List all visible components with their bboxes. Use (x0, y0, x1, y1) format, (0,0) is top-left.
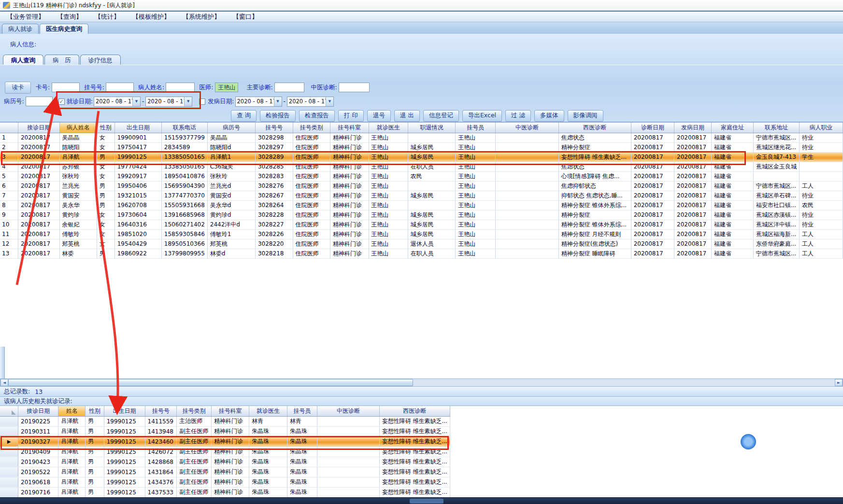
toolbar-button-5[interactable]: 退 出 (394, 110, 420, 122)
menu-item-2[interactable]: 【统计】 (95, 13, 120, 21)
subtab-patient-query[interactable]: 病人查询 (3, 55, 43, 65)
read-card-button[interactable]: 读卡 (5, 82, 31, 94)
column-header[interactable]: 性别 (86, 406, 104, 416)
horizontal-scrollbar[interactable]: ◄ ► (0, 378, 843, 387)
column-header[interactable]: 挂号员 (287, 406, 317, 416)
table-cell: 王艳山 (456, 181, 496, 191)
table-row[interactable]: 920200817黄灼珍女1973060413916685968黄灼珍d3028… (0, 210, 843, 220)
onset-date-to-picker[interactable]: 2020 - 08 - 17 ▼ (287, 97, 334, 107)
scroll-right-arrow-icon[interactable]: ► (835, 379, 843, 386)
menu-item-3[interactable]: 【模板维护】 (132, 13, 170, 21)
table-cell: 朱晶珠 (287, 487, 317, 497)
table-row[interactable]: 120200817吴晶晶女1990090115159377799吴晶晶30282… (0, 133, 843, 142)
column-header[interactable]: 出生日期 (114, 123, 161, 133)
tab-doctor-history-query[interactable]: 医生病史查询 (40, 24, 88, 34)
column-header[interactable]: 就诊医生 (249, 406, 287, 416)
table-row[interactable]: 20190423吕泽航男199901251428868副主任医师精神科门诊朱晶珠… (0, 457, 450, 467)
menu-item-4[interactable]: 【系统维护】 (183, 13, 220, 21)
menu-item-1[interactable]: 【查询】 (57, 13, 82, 21)
column-header[interactable]: 就诊医生 (369, 123, 408, 133)
chevron-down-icon[interactable]: ▼ (326, 97, 333, 106)
subtab-treatment-info[interactable]: 诊疗信息 (80, 55, 121, 65)
main-diagnosis-input[interactable] (274, 83, 304, 92)
column-header[interactable]: 挂号类别 (177, 406, 212, 416)
column-header[interactable]: 挂号员 (456, 123, 496, 133)
table-cell (496, 210, 559, 220)
table-row[interactable]: 1120200817傅敏玲女1985102015859305846傅敏玲1302… (0, 229, 843, 239)
table-row[interactable]: 1220200817郑英桃女1954042918950510366郑英桃3028… (0, 239, 843, 249)
toolbar-button-7[interactable]: 导出Excel (462, 110, 502, 122)
table-cell (496, 191, 559, 200)
table-row[interactable]: 1020200817余银妃女19640316150602714022442洋中d… (0, 220, 843, 229)
toolbar-button-6[interactable]: 信息登记 (423, 110, 459, 122)
toolbar-button-3[interactable]: 打 印 (338, 110, 364, 122)
column-header[interactable]: 联系电话 (161, 123, 207, 133)
table-row[interactable]: 20190716吕泽航男199901251437533副主任医师精神科门诊朱晶珠… (0, 487, 450, 497)
card-no-input[interactable] (52, 83, 80, 92)
table-row[interactable]: 20190522吕泽航男199901251431864副主任医师精神科门诊朱晶珠… (0, 467, 450, 477)
table-cell: 11 (0, 229, 18, 239)
column-header[interactable]: 挂号科室 (212, 406, 249, 416)
sub-tab-strip: 病人查询 病 历 诊疗信息 (3, 54, 121, 65)
menu-item-5[interactable]: 【窗口】 (233, 13, 258, 21)
menu-item-0[interactable]: 【业务管理】 (7, 13, 44, 21)
column-header[interactable]: 中医诊断 (317, 406, 379, 416)
column-header[interactable]: 接诊日期 (18, 123, 59, 133)
onset-date-from-picker[interactable]: 2020 - 08 - 17 ▼ (235, 97, 282, 107)
tab-patient-visit[interactable]: 病人就诊 (2, 24, 39, 34)
patient-name-input[interactable] (166, 83, 195, 92)
table-row[interactable]: 20190311吕泽航男199901251413948副主任医师精神科门诊朱晶珠… (0, 426, 450, 436)
column-header[interactable]: 挂号类别 (293, 123, 330, 133)
table-cell: 精神科门诊 (330, 220, 369, 229)
table-row[interactable]: 20190225吕泽航男199901251411559主治医师精神科门诊林青林青… (0, 416, 450, 426)
column-header[interactable]: 发病日期 (674, 123, 712, 133)
table-cell (0, 467, 18, 477)
column-header[interactable]: 病历号 (207, 123, 255, 133)
screenshot-tool-icon[interactable] (741, 434, 756, 449)
scroll-left-arrow-icon[interactable]: ◄ (0, 379, 8, 386)
table-cell: 朱晶珠 (287, 477, 317, 487)
column-header[interactable]: 挂号号 (145, 406, 177, 416)
tcm-diagnosis-input[interactable] (339, 83, 370, 92)
table-row[interactable]: 820200817吴永华男1962070815505931668吴永华d3028… (0, 200, 843, 210)
toolbar-button-10[interactable]: 影像调阅 (568, 110, 603, 122)
column-header[interactable]: 姓名 (58, 406, 86, 416)
table-row[interactable]: 20190618吕泽航男199901251434376副主任医师精神科门诊朱晶珠… (0, 477, 450, 487)
column-header[interactable]: 西医诊断 (558, 123, 631, 133)
toolbar-button-2[interactable]: 检查报告 (299, 110, 335, 122)
column-header[interactable]: 职退情况 (408, 123, 456, 133)
column-header[interactable]: 病人职业 (799, 123, 843, 133)
column-header[interactable]: 联系地址 (753, 123, 799, 133)
table-row[interactable]: 1320200817林委男1986092213799809955林委d30282… (0, 249, 843, 258)
column-header[interactable]: 挂号号 (255, 123, 293, 133)
table-row[interactable]: 520200817张秋玲女1992091718950410876张秋玲30282… (0, 171, 843, 181)
column-header[interactable]: 出生日期 (104, 406, 145, 416)
column-header[interactable]: 病人姓名 (59, 123, 97, 133)
table-cell: 精神科门诊 (330, 239, 369, 249)
toolbar-button-9[interactable]: 多媒体 (534, 110, 564, 122)
column-header[interactable]: 性别 (97, 123, 114, 133)
column-header[interactable]: 接诊日期 (18, 406, 58, 416)
table-cell: 住院医师 (293, 133, 330, 142)
toolbar-button-0[interactable]: 查 询 (231, 110, 257, 122)
column-header[interactable]: 西医诊断 (379, 406, 450, 416)
chevron-down-icon[interactable]: ▼ (274, 97, 282, 106)
select-all-corner[interactable] (0, 406, 18, 416)
table-cell: 20200817 (674, 200, 712, 210)
toolbar-button-8[interactable]: 过 滤 (505, 110, 531, 122)
toolbar-button-4[interactable]: 退号 (367, 110, 391, 122)
column-header[interactable]: 中医诊断 (496, 123, 559, 133)
table-row[interactable]: 220200817陈晓阳女197504172834589陈晓阳d3028297住… (0, 142, 843, 152)
table-row[interactable]: 720200817黄国安男1932101513774770370黄国安d3028… (0, 191, 843, 200)
column-header[interactable]: 家庭住址 (711, 123, 753, 133)
column-header[interactable]: 诊断日期 (631, 123, 674, 133)
reg-no-input[interactable] (106, 83, 134, 92)
select-all-corner[interactable] (0, 123, 18, 133)
column-header[interactable]: 挂号科室 (330, 123, 369, 133)
record-no-input[interactable] (26, 97, 53, 106)
table-cell: 13799809955 (161, 249, 207, 258)
toolbar-button-1[interactable]: 检验报告 (260, 110, 296, 122)
table-row[interactable]: 620200817兰兆光男1995040615695904390兰兆光d3028… (0, 181, 843, 191)
scrollbar-thumb[interactable] (8, 379, 413, 386)
subtab-medical-record[interactable]: 病 历 (44, 55, 79, 65)
